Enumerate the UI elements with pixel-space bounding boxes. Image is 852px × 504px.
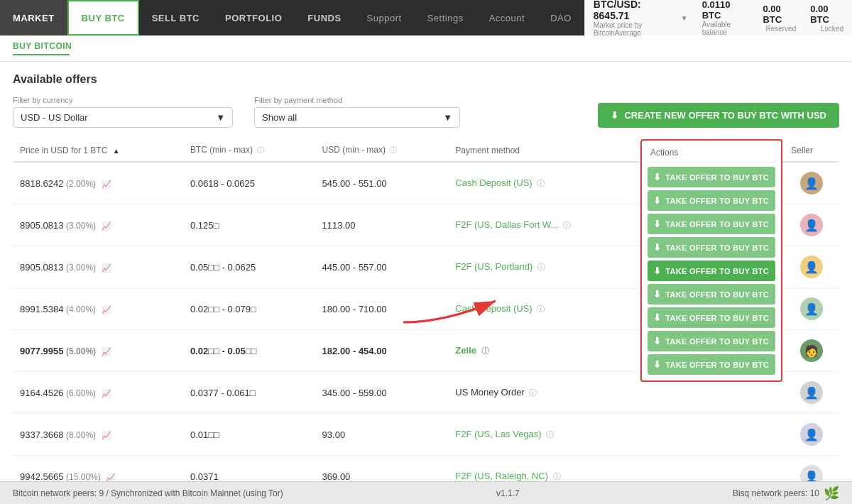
seller-cell: 👤 (784, 162, 839, 204)
chart-icon[interactable]: 📈 (102, 389, 111, 398)
payment-filter-label: Filter by payment method (254, 96, 460, 104)
payment-link[interactable]: Cash Deposit (US) (455, 177, 532, 188)
locked-balance-value: 0.00 BTC (810, 4, 843, 25)
avatar[interactable]: 👤 (800, 423, 823, 446)
chart-icon[interactable]: 📈 (102, 221, 111, 230)
nav-buy-btc[interactable]: BUY BTC (67, 0, 139, 35)
usd-range: 369.00 (322, 471, 351, 482)
create-offer-button[interactable]: ⬇ CREATE NEW OFFER TO BUY BTC WITH USD (598, 103, 839, 128)
download-icon: ⬇ (653, 219, 661, 229)
price-dropdown-arrow[interactable]: ▼ (681, 14, 688, 22)
payment-link[interactable]: Cash Deposit (US) (455, 303, 532, 314)
section-title: Available offers (13, 73, 839, 86)
take-offer-button[interactable]: ⬇TAKE OFFER TO BUY BTC (648, 190, 775, 211)
btc-range: 0.02□□ - 0.05□□ (190, 346, 257, 356)
payment-cell: Cash Deposit (US) ⓘ (448, 162, 642, 204)
payment-link[interactable]: F2F (US, Las Vegas) (455, 429, 541, 439)
btc-cell: 0.02□□ - 0.079□ (183, 288, 315, 330)
take-offer-label: TAKE OFFER TO BUY BTC (665, 220, 769, 229)
usd-range: 345.00 - 559.00 (322, 388, 387, 398)
seller-cell: 👤 (784, 204, 839, 246)
take-offer-button[interactable]: ⬇TAKE OFFER TO BUY BTC (648, 331, 775, 351)
usd-info-icon[interactable]: ⓘ (390, 146, 397, 154)
nav-account[interactable]: Account (476, 0, 537, 35)
reserved-balance-value: 0.00 BTC (763, 4, 796, 25)
nav-sell-btc[interactable]: SELL BTC (139, 0, 212, 35)
take-offer-button[interactable]: ⬇TAKE OFFER TO BUY BTC (648, 167, 775, 187)
price-percent: (4.00%) (66, 305, 96, 314)
col-header-payment: Payment method (448, 139, 642, 162)
payment-cell: F2F (US, Dallas Fort W... ⓘ (448, 204, 642, 246)
btc-info-icon[interactable]: ⓘ (257, 146, 264, 154)
payment-text: US Money Order (455, 387, 525, 398)
col-header-btc: BTC (min - max) ⓘ (183, 139, 315, 162)
avatar[interactable]: 🧑 (800, 339, 823, 362)
nav-funds[interactable]: FUNDS (295, 0, 354, 35)
take-offer-button[interactable]: ⬇TAKE OFFER TO BUY BTC (648, 307, 775, 328)
payment-info-icon[interactable]: ⓘ (537, 305, 545, 313)
download-icon: ⬇ (653, 336, 661, 346)
footer-bar: Bitcoin network peers: 9 / Synchronized … (0, 481, 852, 504)
avatar[interactable]: 👤 (800, 214, 823, 236)
nav-market[interactable]: MARKET (0, 0, 67, 35)
payment-filter-select[interactable]: Show all ▼ (254, 107, 460, 128)
payment-info-icon[interactable]: ⓘ (537, 263, 545, 271)
take-offer-button[interactable]: ⬇TAKE OFFER TO BUY BTC (648, 261, 775, 281)
usd-range: 445.00 - 557.00 (322, 262, 387, 273)
currency-filter-select[interactable]: USD - US Dollar ▼ (13, 107, 233, 128)
avatar[interactable]: 👤 (800, 172, 823, 195)
top-navigation: MARKET BUY BTC SELL BTC PORTFOLIO FUNDS … (0, 0, 852, 35)
take-offer-label: TAKE OFFER TO BUY BTC (665, 267, 769, 275)
btc-price-value: BTC/USD: 8645.71 (594, 0, 674, 21)
chart-icon[interactable]: 📈 (102, 305, 111, 314)
payment-link[interactable]: F2F (US, Dallas Fort W... (455, 219, 558, 230)
take-offer-button[interactable]: ⬇TAKE OFFER TO BUY BTC (648, 237, 775, 258)
nav-support[interactable]: Support (354, 0, 415, 35)
payment-link[interactable]: F2F (US, Raleigh, NC) (455, 471, 548, 481)
main-content: Available offers Filter by currency USD … (0, 62, 852, 504)
btc-range: 0.02□□ - 0.079□ (190, 304, 256, 314)
chart-icon[interactable]: 📈 (102, 180, 111, 188)
payment-info-icon[interactable]: ⓘ (481, 346, 489, 355)
payment-info-icon[interactable]: ⓘ (546, 430, 554, 439)
nav-price-area: BTC/USD: 8645.71 Market price by Bitcoin… (584, 0, 852, 35)
take-offer-button[interactable]: ⬇TAKE OFFER TO BUY BTC (648, 284, 775, 305)
take-offer-label: TAKE OFFER TO BUY BTC (665, 361, 769, 369)
col-header-price[interactable]: Price in USD for 1 BTC ▲ (13, 139, 183, 162)
payment-info-icon[interactable]: ⓘ (563, 221, 571, 229)
seller-cell: 👤 (784, 414, 839, 456)
btc-range: 0.0371 (190, 471, 219, 482)
payment-link[interactable]: F2F (US, Portland) (455, 261, 532, 272)
price-cell: 8905.0813 (3.00%) 📈 (13, 246, 183, 288)
price-percent: (8.00%) (66, 430, 96, 440)
chart-icon[interactable]: 📈 (102, 431, 111, 439)
payment-info-icon[interactable]: ⓘ (553, 472, 561, 481)
take-offer-label: TAKE OFFER TO BUY BTC (665, 290, 769, 299)
nav-settings[interactable]: Settings (415, 0, 476, 35)
nav-portfolio[interactable]: PORTFOLIO (212, 0, 295, 35)
take-offer-label: TAKE OFFER TO BUY BTC (665, 243, 769, 252)
avatar[interactable]: 👤 (800, 297, 823, 320)
take-offer-button[interactable]: ⬇TAKE OFFER TO BUY BTC (648, 214, 775, 234)
currency-dropdown-arrow: ▼ (216, 112, 225, 123)
btc-range: 0.05□□ - 0.0625 (190, 262, 256, 273)
payment-info-icon[interactable]: ⓘ (529, 388, 537, 397)
btc-cell: 0.01□□ (183, 414, 315, 456)
take-offer-button[interactable]: ⬇TAKE OFFER TO BUY BTC (648, 354, 775, 375)
chart-icon[interactable]: 📈 (102, 347, 111, 356)
currency-filter-value: USD - US Dollar (21, 112, 88, 123)
actions-cell (642, 414, 784, 456)
nav-dao[interactable]: DAO (537, 0, 584, 35)
price-percent: (5.00%) (66, 346, 96, 356)
payment-link[interactable]: Zelle (455, 345, 476, 356)
download-icon: ⬇ (653, 242, 661, 253)
avatar[interactable]: 👤 (800, 381, 823, 404)
payment-info-icon[interactable]: ⓘ (537, 179, 545, 187)
usd-cell: 545.00 - 551.00 (315, 162, 449, 204)
usd-cell: 182.00 - 454.00 (315, 330, 449, 372)
btc-price-block: BTC/USD: 8645.71 Market price by Bitcoin… (594, 0, 674, 37)
avatar[interactable]: 👤 (800, 256, 823, 278)
chart-icon[interactable]: 📈 (102, 263, 111, 272)
price-percent: (15.00%) (66, 472, 101, 482)
chart-icon[interactable]: 📈 (106, 473, 116, 481)
